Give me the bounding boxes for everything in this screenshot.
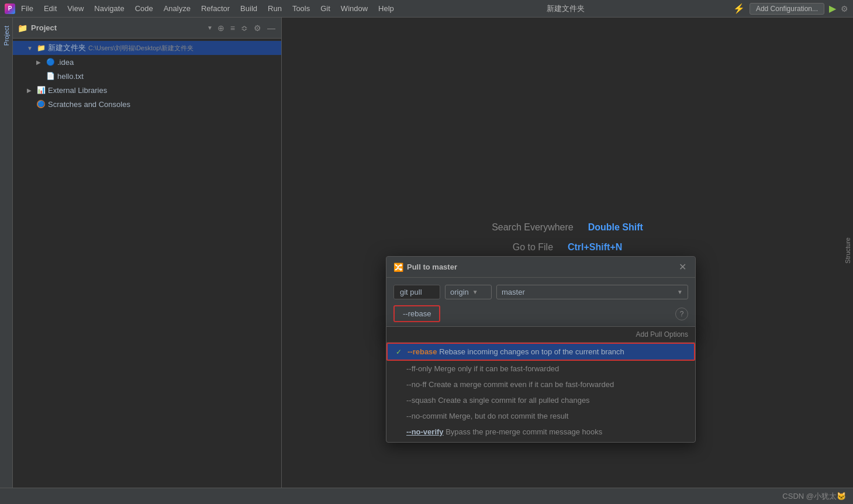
- gear-icon[interactable]: ⚙: [253, 22, 263, 34]
- option-squash-text: --squash Create a single commit for all …: [406, 396, 590, 405]
- tree-label-root: 新建文件夹: [48, 43, 86, 53]
- tree-label-scratches-consoles: Scratches and Consoles: [48, 100, 130, 109]
- txt-file-icon: 📄: [46, 71, 55, 81]
- collapse-all-icon[interactable]: ≎: [240, 22, 249, 34]
- bottom-credit: CSDN @小犹太🐱: [782, 491, 846, 502]
- project-panel-title: Project: [31, 23, 203, 32]
- scratches-icon: 🔵: [36, 99, 46, 109]
- tree-arrow-idea: ▶: [36, 59, 43, 65]
- option-no-verify-text: --no-verify Bypass the pre-merge commit …: [406, 427, 602, 436]
- bottom-bar: CSDN @小犹太🐱: [0, 488, 853, 504]
- menu-git[interactable]: Git: [316, 3, 335, 14]
- branch-value: master: [502, 288, 525, 296]
- pull-to-master-dialog: 🔀 Pull to master ✕ git pull origin ▼ mas…: [386, 256, 696, 336]
- option-rebase-text: --rebase Rebase incoming changes on top …: [407, 347, 624, 356]
- menu-help[interactable]: Help: [374, 3, 399, 14]
- option-no-commit-desc: Merge, but do not commit the result: [449, 412, 568, 420]
- option-no-ff-desc: Create a merge commit even if it can be …: [429, 380, 614, 389]
- file-tree: ▼ 📁 新建文件夹 C:\Users\刘明福\Desktop\新建文件夹 ▶ 🔵…: [13, 39, 281, 113]
- option-no-verify-key: --no-verify: [406, 427, 444, 436]
- tree-label-hello-txt: hello.txt: [57, 72, 84, 81]
- minimize-icon[interactable]: —: [266, 22, 277, 34]
- menu-view[interactable]: View: [63, 3, 88, 14]
- run-icon[interactable]: ⚡: [733, 3, 745, 14]
- option-rebase-desc: Rebase incoming changes on top of the cu…: [439, 347, 624, 356]
- option-no-commit-text: --no-commit Merge, but do not commit the…: [406, 412, 568, 420]
- option-rebase[interactable]: ✓ --rebase Rebase incoming changes on to…: [386, 343, 695, 361]
- option-no-verify[interactable]: ✓ --no-verify Bypass the pre-merge commi…: [386, 424, 695, 442]
- option-ff-only[interactable]: ✓ --ff-only Merge only if it can be fast…: [386, 361, 695, 377]
- rebase-button[interactable]: --rebase: [393, 305, 440, 322]
- dialog-row-main: git pull origin ▼ master ▼: [393, 285, 688, 299]
- option-ff-only-text: --ff-only Merge only if it can be fast-f…: [406, 364, 559, 373]
- option-ff-only-key: --ff-only: [406, 364, 432, 373]
- check-rebase: ✓: [396, 348, 404, 356]
- menu-navigate[interactable]: Navigate: [89, 3, 129, 14]
- tree-item-scratches-consoles[interactable]: ▶ 🔵 Scratches and Consoles: [13, 97, 281, 111]
- remote-dropdown[interactable]: origin ▼: [445, 285, 492, 299]
- tree-path-root: C:\Users\刘明福\Desktop\新建文件夹: [88, 44, 194, 53]
- run-button[interactable]: ▶: [829, 3, 836, 14]
- project-folder-icon: 📁: [18, 23, 27, 33]
- locate-icon[interactable]: ⊕: [216, 22, 226, 34]
- menu-window[interactable]: Window: [336, 3, 372, 14]
- search-everywhere-hint: Search Everywhere Double Shift: [282, 222, 853, 233]
- menu-analyze[interactable]: Analyze: [159, 3, 195, 14]
- menu-bar: P File Edit View Navigate Code Analyze R…: [0, 0, 853, 18]
- dialog-git-icon: 🔀: [393, 263, 403, 272]
- go-to-file-label: Go to File: [513, 242, 553, 252]
- tree-item-hello-txt[interactable]: ▶ 📄 hello.txt: [13, 69, 281, 83]
- go-to-file-hint: Go to File Ctrl+Shift+N: [282, 242, 853, 253]
- option-squash-key: --squash: [406, 396, 436, 405]
- option-squash[interactable]: ✓ --squash Create a single commit for al…: [386, 392, 695, 408]
- tree-label-external-libraries: External Libraries: [48, 86, 107, 95]
- ext-lib-icon: 📊: [36, 85, 46, 95]
- dropdown-arrow[interactable]: ▼: [207, 25, 213, 31]
- tree-item-root[interactable]: ▼ 📁 新建文件夹 C:\Users\刘明福\Desktop\新建文件夹: [13, 41, 281, 55]
- dialog-title: Pull to master: [407, 263, 676, 271]
- tree-item-idea[interactable]: ▶ 🔵 .idea: [13, 55, 281, 69]
- option-no-verify-desc: Bypass the pre-merge commit message hook…: [446, 427, 602, 436]
- search-everywhere-shortcut: Double Shift: [588, 222, 643, 232]
- git-pull-label: git pull: [393, 285, 440, 299]
- folder-icon-root: 📁: [36, 43, 46, 53]
- option-no-commit-key: --no-commit: [406, 412, 447, 420]
- settings-button[interactable]: ⚙: [841, 4, 848, 13]
- menu-build[interactable]: Build: [236, 3, 262, 14]
- pull-options-panel: Add Pull Options ✓ --rebase Rebase incom…: [386, 326, 696, 443]
- project-panel-header: 📁 Project ▼ ⊕ ≡ ≎ ⚙ —: [13, 18, 281, 39]
- expand-all-icon[interactable]: ≡: [229, 22, 236, 34]
- option-no-ff-text: --no-ff Create a merge commit even if it…: [406, 380, 614, 389]
- options-header: Add Pull Options: [386, 327, 695, 343]
- menu-bar-right: ⚡ Add Configuration... ▶ ⚙: [733, 3, 848, 15]
- option-ff-only-desc: Merge only if it can be fast-forwarded: [434, 364, 559, 373]
- menu-tools[interactable]: Tools: [288, 3, 315, 14]
- menu-file[interactable]: File: [16, 3, 38, 14]
- option-no-commit[interactable]: ✓ --no-commit Merge, but do not commit t…: [386, 408, 695, 424]
- option-no-ff-key: --no-ff: [406, 380, 426, 389]
- remote-dropdown-arrow: ▼: [472, 289, 478, 295]
- menu-code[interactable]: Code: [130, 3, 158, 14]
- option-no-ff[interactable]: ✓ --no-ff Create a merge commit even if …: [386, 377, 695, 392]
- sidebar-item-structure[interactable]: Structure: [842, 234, 853, 267]
- tree-label-idea: .idea: [57, 58, 74, 67]
- sidebar-item-project[interactable]: Project: [2, 22, 11, 49]
- branch-dropdown[interactable]: master ▼: [496, 285, 688, 299]
- project-header-icons: ⊕ ≡ ≎ ⚙ —: [216, 22, 277, 34]
- menu-run[interactable]: Run: [263, 3, 286, 14]
- remote-value: origin: [450, 288, 469, 296]
- go-to-file-shortcut: Ctrl+Shift+N: [568, 242, 622, 252]
- menu-refactor[interactable]: Refactor: [196, 3, 234, 14]
- dialog-row-rebase: --rebase ?: [393, 305, 688, 322]
- menu-edit[interactable]: Edit: [39, 3, 61, 14]
- search-everywhere-label: Search Everywhere: [492, 222, 574, 232]
- left-sidebar: Project: [0, 18, 13, 504]
- app-logo: P: [5, 4, 15, 14]
- tree-arrow-ext-lib: ▶: [27, 87, 34, 94]
- dialog-titlebar: 🔀 Pull to master ✕: [386, 257, 695, 278]
- tree-item-external-libraries[interactable]: ▶ 📊 External Libraries: [13, 83, 281, 97]
- help-button[interactable]: ?: [675, 308, 688, 320]
- window-title: 新建文件夹: [400, 4, 732, 14]
- add-configuration-button[interactable]: Add Configuration...: [750, 3, 824, 15]
- dialog-close-button[interactable]: ✕: [676, 261, 688, 273]
